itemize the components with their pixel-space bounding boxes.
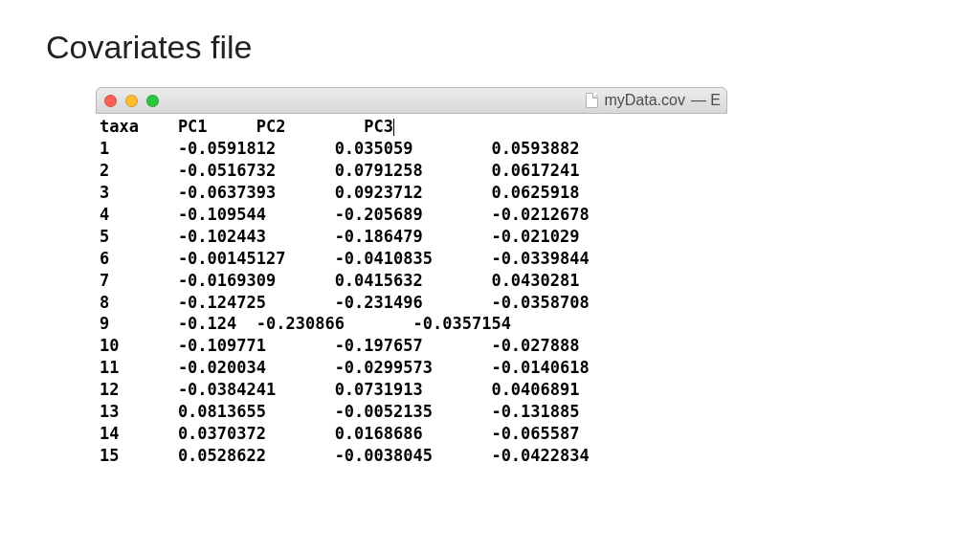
editor-window: myData.cov — E taxa PC1 PC2 PC31 -0.0591… [96,87,727,471]
traffic-lights [104,95,159,107]
file-data-row: 9 -0.124 -0.230866 -0.0357154 [100,313,722,335]
text-cursor [393,119,394,136]
file-data-row: 11 -0.020034 -0.0299573 -0.0140618 [100,357,722,379]
window-titlebar[interactable]: myData.cov — E [96,87,727,114]
minimize-icon[interactable] [125,95,138,107]
file-header-row: taxa PC1 PC2 PC3 [100,116,722,138]
file-data-row: 15 0.0528622 -0.0038045 -0.0422834 [100,445,722,467]
file-data-row: 6 -0.00145127 -0.0410835 -0.0339844 [100,248,722,270]
file-data-row: 10 -0.109771 -0.197657 -0.027888 [100,335,722,357]
file-data-row: 12 -0.0384241 0.0731913 0.0406891 [100,379,722,401]
slide: Covariates file myData.cov — E taxa PC1 … [0,0,980,499]
window-filename: myData.cov [604,92,684,109]
file-data-row: 4 -0.109544 -0.205689 -0.0212678 [100,204,722,226]
file-data-row: 13 0.0813655 -0.0052135 -0.131885 [100,401,722,423]
window-title: myData.cov — E [586,92,721,109]
document-icon [586,93,598,108]
file-data-row: 14 0.0370372 0.0168686 -0.065587 [100,423,722,445]
file-data-row: 5 -0.102443 -0.186479 -0.021029 [100,226,722,248]
slide-title: Covariates file [46,29,934,66]
window-title-suffix: — E [691,92,721,109]
close-icon[interactable] [104,95,117,107]
file-data-row: 1 -0.0591812 0.035059 0.0593882 [100,138,722,160]
file-data-row: 8 -0.124725 -0.231496 -0.0358708 [100,292,722,314]
file-data-row: 2 -0.0516732 0.0791258 0.0617241 [100,160,722,182]
zoom-icon[interactable] [146,95,159,107]
file-data-row: 7 -0.0169309 0.0415632 0.0430281 [100,270,722,292]
file-content[interactable]: taxa PC1 PC2 PC31 -0.0591812 0.035059 0.… [96,114,727,471]
file-data-row: 3 -0.0637393 0.0923712 0.0625918 [100,182,722,204]
